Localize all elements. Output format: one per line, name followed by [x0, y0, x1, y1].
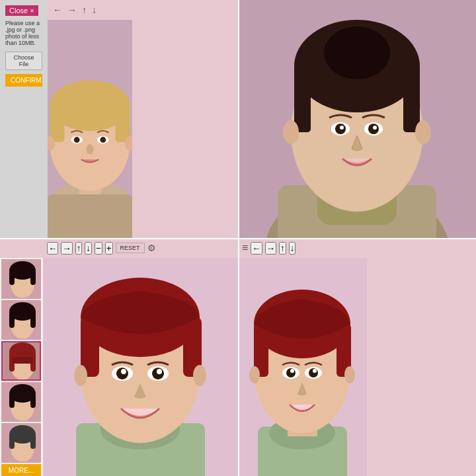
nav-bar-bottom-right: ≡ ← → ↑ ↓ — [238, 238, 367, 258]
photo-area-bottom-left — [43, 258, 238, 476]
svg-rect-58 — [30, 434, 36, 449]
bnl-left-btn[interactable]: ← — [47, 242, 58, 255]
svg-point-73 — [74, 365, 87, 386]
svg-rect-24 — [403, 66, 420, 132]
upload-close-button[interactable]: Close × — [5, 5, 38, 16]
thumb-svg-1 — [3, 260, 41, 299]
thumb-svg-3 — [3, 342, 41, 381]
svg-point-31 — [283, 120, 299, 144]
bnr-right-btn[interactable]: → — [265, 242, 276, 255]
svg-rect-37 — [30, 270, 36, 285]
svg-rect-36 — [9, 270, 15, 285]
face-svg-bl — [43, 258, 238, 476]
nav-down-btn[interactable]: ↓ — [91, 3, 98, 17]
thumbnail-1[interactable] — [1, 259, 41, 299]
bnl-down-btn[interactable]: ↓ — [85, 242, 92, 255]
svg-point-30 — [373, 126, 377, 130]
svg-point-90 — [344, 366, 355, 383]
hamburger-icon: ≡ — [242, 242, 248, 254]
bnl-right-btn[interactable]: → — [61, 242, 72, 255]
quadrant-bottom-left: MORE... ← → ↑ ↓ − + RESET ⚙ — [0, 238, 238, 476]
svg-rect-23 — [294, 66, 311, 132]
svg-point-29 — [340, 126, 344, 130]
svg-rect-53 — [30, 393, 36, 408]
svg-point-11 — [100, 137, 106, 143]
nav-bar-bottom-left: ← → ↑ ↓ − + RESET ⚙ — [43, 238, 238, 258]
bnl-plus-btn[interactable]: + — [105, 242, 113, 255]
nav-right-btn[interactable]: → — [66, 3, 78, 17]
upload-panel: Close × Please use a .jpg or .png photo … — [0, 0, 48, 238]
thumbnail-5[interactable] — [1, 423, 41, 463]
bnr-up-btn[interactable]: ↑ — [279, 242, 286, 255]
upload-instructions: Please use a .jpg or .png photo of less … — [5, 20, 42, 46]
confirm-button[interactable]: CONFIRM — [5, 74, 42, 87]
thumbnail-3[interactable] — [1, 341, 41, 381]
svg-rect-57 — [9, 434, 15, 449]
thumbnail-strip: MORE... — [0, 258, 43, 476]
vertical-divider — [238, 0, 239, 476]
quadrant-top-right — [238, 0, 476, 238]
svg-rect-52 — [9, 393, 15, 408]
quadrant-bottom-right: ≡ ← → ↑ ↓ Close × Model Female Male Your… — [238, 238, 476, 476]
thumbnail-4[interactable] — [1, 382, 41, 422]
svg-rect-2 — [48, 194, 132, 238]
photo-area-top-right — [238, 0, 476, 238]
face-svg-tr — [238, 0, 476, 238]
thumb-svg-5 — [3, 424, 41, 463]
nav-left-btn[interactable]: ← — [52, 3, 63, 17]
thumbnail-2[interactable] — [1, 300, 41, 340]
choose-file-button[interactable]: Choose File — [5, 52, 42, 70]
svg-point-74 — [193, 365, 206, 386]
face-svg-br — [238, 258, 367, 476]
bnl-up-btn[interactable]: ↑ — [75, 242, 83, 255]
svg-point-12 — [87, 144, 94, 154]
reset-button[interactable]: RESET — [116, 243, 145, 253]
svg-rect-41 — [9, 311, 15, 328]
settings-icon-btn[interactable]: ⚙ — [147, 243, 156, 253]
bnr-left-btn[interactable]: ← — [251, 242, 262, 255]
svg-point-22 — [324, 26, 390, 79]
svg-rect-7 — [116, 106, 130, 142]
svg-point-89 — [249, 366, 260, 383]
bnl-minus-btn[interactable]: − — [95, 242, 102, 255]
svg-point-87 — [290, 369, 294, 373]
svg-point-71 — [121, 369, 126, 374]
svg-rect-42 — [30, 311, 36, 328]
svg-point-32 — [415, 120, 431, 144]
svg-rect-48 — [12, 357, 33, 364]
thumb-svg-2 — [3, 301, 41, 340]
photo-area-top-left — [48, 20, 132, 238]
svg-rect-6 — [50, 106, 65, 142]
face-svg-tl — [48, 20, 132, 238]
svg-point-72 — [157, 369, 162, 374]
svg-point-88 — [313, 369, 317, 373]
more-button[interactable]: MORE... — [1, 464, 41, 476]
nav-bar-top-left: ← → ↑ ↓ — [48, 0, 238, 20]
photo-area-bottom-right — [238, 258, 367, 476]
nav-up-btn[interactable]: ↑ — [81, 3, 88, 17]
svg-point-10 — [74, 137, 80, 143]
bnr-down-btn[interactable]: ↓ — [289, 242, 296, 255]
thumb-svg-4 — [3, 383, 41, 422]
